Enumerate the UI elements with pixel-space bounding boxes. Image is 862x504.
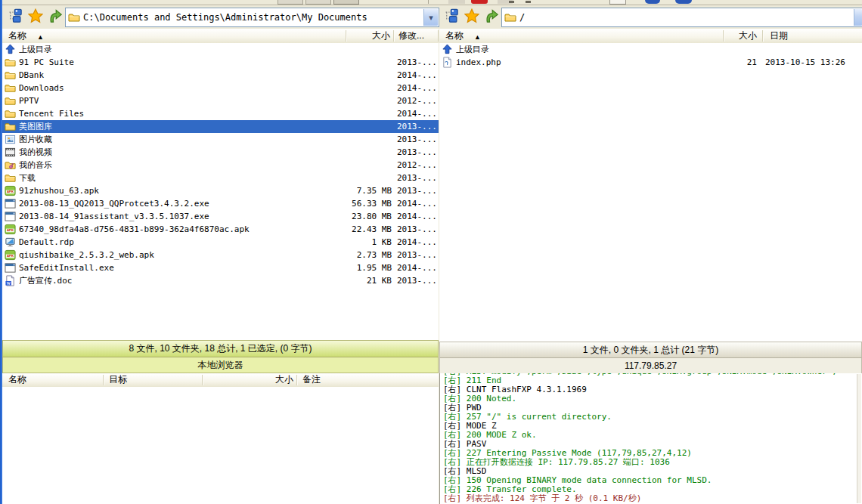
exe-icon xyxy=(5,262,16,274)
path-dropdown-button[interactable] xyxy=(854,9,862,26)
column-separator[interactable] xyxy=(762,30,763,42)
toolbar-button-fragment xyxy=(609,0,626,5)
local-file-row[interactable]: 上级目录 xyxy=(2,43,439,56)
queue-column-header[interactable]: 名称 目标 大小 备注 xyxy=(2,373,439,388)
queue-column-note[interactable]: 备注 xyxy=(302,374,321,385)
queue-column-name[interactable]: 名称 xyxy=(8,374,26,385)
file-date: 2014-... xyxy=(397,210,439,223)
path-dropdown-button[interactable]: ▾ xyxy=(423,9,438,26)
file-name: 2013-08-14_91assistant_v3.3.5.1037.exe xyxy=(19,210,209,223)
file-name: Downloads xyxy=(19,82,64,94)
remote-column-header[interactable]: 名称 ▲ 大小 日期 xyxy=(439,29,862,44)
refresh-arrow-icon[interactable] xyxy=(48,8,64,25)
sort-asc-icon: ▲ xyxy=(474,32,481,43)
local-file-row[interactable]: W广告宣传.doc21 KB2013-... xyxy=(2,274,439,287)
column-separator[interactable] xyxy=(202,375,203,385)
local-file-row[interactable]: 图片收藏2013-... xyxy=(2,133,439,146)
apk-icon: APK xyxy=(5,224,16,235)
local-file-row[interactable]: 美图图库2013-... xyxy=(2,120,439,133)
local-file-row[interactable]: Default.rdp1 KB2014-... xyxy=(2,236,439,249)
column-name[interactable]: 名称 xyxy=(445,30,464,42)
column-date[interactable]: 日期 xyxy=(770,30,788,42)
local-file-row[interactable]: 91 PC Suite2013-... xyxy=(2,56,439,69)
refresh-arrow-icon[interactable] xyxy=(484,8,501,25)
file-name: PPTV xyxy=(19,94,39,107)
file-size: 7.35 MB xyxy=(305,184,392,197)
file-date: 2013-... xyxy=(397,249,439,261)
local-file-row[interactable]: Tencent Files2014-... xyxy=(2,107,439,120)
site-manager-icon[interactable] xyxy=(8,8,24,25)
local-file-row[interactable]: PPTV2012-... xyxy=(2,94,439,107)
sort-asc-icon: ▲ xyxy=(37,32,44,43)
up-arrow-icon xyxy=(5,44,16,55)
column-separator[interactable] xyxy=(296,375,297,385)
svg-text:APK: APK xyxy=(7,254,14,258)
column-modified[interactable]: 修改... xyxy=(398,30,424,42)
local-status-bar: 8 文件, 10 文件夹, 18 总计, 1 已选定, (0 字节) 本地浏览器 xyxy=(2,340,439,373)
local-file-row[interactable]: 我的视频2013-... xyxy=(2,146,439,159)
pictures-icon xyxy=(5,134,16,145)
remote-path-input[interactable]: / xyxy=(501,8,862,27)
local-file-row[interactable]: APKqiushibaike_2.5.3.2_web.apk2.73 MB201… xyxy=(2,249,439,261)
file-name: 美图图库 xyxy=(19,120,52,133)
column-name[interactable]: 名称 xyxy=(8,30,26,42)
file-name: 上级目录 xyxy=(456,43,489,56)
remote-status-counts: 1 文件, 0 文件夹, 1 总计 (21 字节) xyxy=(439,342,862,357)
remote-file-row[interactable]: index.php212013-10-15 13:26 xyxy=(439,56,862,69)
remote-file-list[interactable]: 上级目录index.php212013-10-15 13:26 xyxy=(439,43,862,342)
main-toolbar-clipped xyxy=(2,0,862,5)
local-file-row[interactable]: DBank2014-... xyxy=(2,69,439,82)
file-date: 2012-... xyxy=(397,94,439,107)
toolbar-separator-fragment xyxy=(428,0,429,4)
remote-file-row[interactable]: 上级目录 xyxy=(439,43,862,56)
local-column-header[interactable]: 名称 ▲ 大小 修改... xyxy=(2,29,439,44)
file-date: 2014-... xyxy=(397,236,439,249)
local-file-row[interactable]: 2013-08-14_91assistant_v3.3.5.1037.exe23… xyxy=(2,210,439,223)
local-file-row[interactable]: 2013-08-13_QQ2013_QQProtcet3.4.3.2.exe56… xyxy=(2,197,439,210)
local-file-row[interactable]: 我的音乐2012-... xyxy=(2,159,439,172)
folder-icon xyxy=(5,121,16,132)
column-size[interactable]: 大小 xyxy=(346,30,390,42)
column-separator[interactable] xyxy=(103,375,104,385)
local-path-text: C:\Documents and Settings\Administrator\… xyxy=(83,12,367,23)
ftp-log-panel[interactable]: [右] MLST modify*;perm*;size*;type*;uniqu… xyxy=(439,373,862,504)
log-scrollbar[interactable] xyxy=(857,374,861,503)
transfer-queue-list[interactable] xyxy=(2,387,439,504)
remote-path-text: / xyxy=(519,12,525,23)
local-file-row[interactable]: 下载2013-... xyxy=(2,172,439,184)
file-date: 2012-... xyxy=(397,159,439,172)
folder-icon xyxy=(5,82,16,94)
folder-icon xyxy=(5,172,16,184)
folder-icon xyxy=(68,11,80,23)
column-separator[interactable] xyxy=(438,30,439,42)
log-line: [右] MLST modify*;perm*;size*;type*;uniqu… xyxy=(443,373,862,376)
local-file-row[interactable]: Downloads2014-... xyxy=(2,82,439,94)
log-line: [右] 200 Noted. xyxy=(443,394,862,404)
file-size: 22.43 MB xyxy=(305,223,392,236)
dropdown-arrow-fragment xyxy=(509,1,514,3)
local-path-input[interactable]: C:\Documents and Settings\Administrator\… xyxy=(65,8,439,27)
file-name: 91zhushou_63.apk xyxy=(19,184,99,197)
column-separator[interactable] xyxy=(393,30,394,42)
file-date: 2014-... xyxy=(397,197,439,210)
file-name: 2013-08-13_QQ2013_QQProtcet3.4.3.2.exe xyxy=(19,197,209,210)
log-line: [右] 257 "/" is current directory. xyxy=(443,413,862,422)
file-size: 56.33 MB xyxy=(305,197,392,210)
file-date: 2013-... xyxy=(397,146,439,159)
local-file-row[interactable]: APK67340_98dfa4a8-d756-4831-b899-362a4f6… xyxy=(2,223,439,236)
site-manager-icon[interactable] xyxy=(444,8,460,25)
queue-column-size[interactable]: 大小 xyxy=(229,374,293,385)
local-file-row[interactable]: SafeEditInstall.exe1.95 MB2014-... xyxy=(2,261,439,274)
favorites-star-icon[interactable] xyxy=(464,8,481,25)
toolbar-button-fragment xyxy=(278,0,303,5)
file-name: Tencent Files xyxy=(19,107,84,120)
favorites-star-icon[interactable] xyxy=(28,8,45,25)
queue-column-target[interactable]: 目标 xyxy=(109,374,127,385)
file-date: 2013-... xyxy=(397,172,439,184)
column-size[interactable]: 大小 xyxy=(724,30,757,42)
apk-icon: APK xyxy=(5,249,16,261)
log-line: [右] 200 MODE Z ok. xyxy=(443,431,862,440)
local-file-row[interactable]: APK91zhushou_63.apk7.35 MB2013-... xyxy=(2,184,439,197)
local-file-list[interactable]: 上级目录91 PC Suite2013-...DBank2014-...Down… xyxy=(2,43,439,340)
local-toolbar: C:\Documents and Settings\Administrator\… xyxy=(2,5,439,29)
